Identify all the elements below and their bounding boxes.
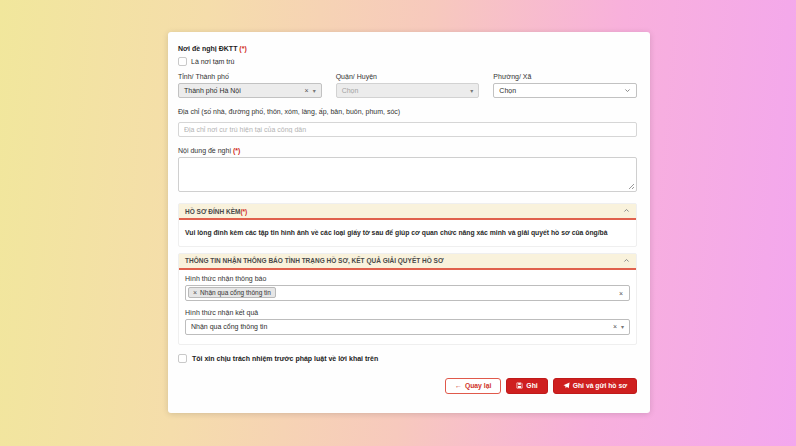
save-and-send-button[interactable]: Ghi và gửi hồ sơ bbox=[553, 378, 637, 394]
temp-residence-checkbox[interactable] bbox=[178, 57, 187, 66]
district-value: Chọn bbox=[342, 87, 359, 94]
ward-select[interactable]: Chọn bbox=[493, 83, 637, 98]
request-content-label: Nội dung đề nghị (*) bbox=[178, 147, 637, 154]
chevron-down-icon bbox=[624, 87, 631, 94]
district-label: Quận/ Huyện bbox=[336, 73, 480, 80]
district-select[interactable]: Chọn ▾ bbox=[336, 83, 480, 98]
commitment-checkbox-row[interactable]: Tôi xin chịu trách nhiệm trước pháp luật… bbox=[178, 354, 637, 363]
back-button-label: Quay lại bbox=[465, 382, 491, 389]
required-mark: (*) bbox=[240, 208, 247, 215]
chevron-up-icon bbox=[623, 257, 630, 264]
request-content-label-text: Nội dung đề nghị bbox=[178, 147, 233, 154]
attachments-title: HỒ SƠ ĐÍNH KÈM(*) bbox=[185, 208, 247, 215]
result-method-label: Hình thức nhận kết quả bbox=[185, 309, 630, 316]
location-selects-row: Tỉnh/ Thành phố Thành phố Hà Nội × ▾ Quậ… bbox=[178, 73, 637, 98]
save-button[interactable]: Ghi bbox=[506, 378, 547, 394]
required-mark: (*) bbox=[239, 45, 246, 52]
clear-icon[interactable]: × bbox=[613, 323, 617, 330]
remove-chip-icon[interactable]: × bbox=[193, 289, 197, 296]
residence-section-title: Nơi đề nghị ĐKTT (*) bbox=[178, 45, 637, 52]
address-input[interactable] bbox=[178, 122, 637, 137]
commitment-label: Tôi xin chịu trách nhiệm trước pháp luật… bbox=[192, 355, 378, 362]
address-label: Địa chỉ (số nhà, đường phố, thôn, xóm, l… bbox=[178, 108, 637, 115]
save-icon bbox=[516, 382, 523, 389]
required-mark: (*) bbox=[233, 147, 240, 154]
attachments-section-body: Vui lòng đính kèm các tập tin hình ảnh v… bbox=[179, 220, 636, 246]
chevron-down-icon: ▾ bbox=[470, 88, 473, 94]
selected-option-chip: × Nhận qua cổng thông tin bbox=[188, 287, 276, 298]
province-label: Tỉnh/ Thành phố bbox=[178, 73, 322, 80]
resize-grip-icon[interactable] bbox=[628, 183, 635, 190]
notify-method-value: Nhận qua cổng thông tin bbox=[200, 289, 271, 296]
request-content-textarea[interactable] bbox=[178, 157, 637, 192]
chevron-down-icon: ▾ bbox=[621, 324, 624, 330]
collapse-toggle[interactable] bbox=[623, 207, 630, 215]
collapse-toggle[interactable] bbox=[623, 257, 630, 265]
attachments-section: HỒ SƠ ĐÍNH KÈM(*) Vui lòng đính kèm các … bbox=[178, 203, 637, 247]
form-actions: ← Quay lại Ghi Ghi và gửi hồ sơ bbox=[178, 378, 637, 394]
notification-title: THÔNG TIN NHẬN THÔNG BÁO TÌNH TRẠNG HỒ S… bbox=[185, 257, 443, 264]
notification-section-body: Hình thức nhận thông báo × Nhận qua cổng… bbox=[179, 270, 636, 344]
save-and-send-button-label: Ghi và gửi hồ sơ bbox=[573, 382, 627, 389]
clear-icon[interactable]: × bbox=[619, 289, 623, 296]
commitment-checkbox[interactable] bbox=[178, 354, 187, 363]
registration-form-card: Nơi đề nghị ĐKTT (*) Là nơi tạm trú Tỉnh… bbox=[168, 32, 650, 413]
back-arrow-icon: ← bbox=[455, 382, 462, 389]
attachments-section-header[interactable]: HỒ SƠ ĐÍNH KÈM(*) bbox=[179, 204, 636, 220]
send-icon bbox=[563, 382, 570, 389]
clear-icon[interactable]: × bbox=[305, 87, 309, 94]
back-button[interactable]: ← Quay lại bbox=[445, 378, 501, 394]
chevron-up-icon bbox=[623, 207, 630, 214]
notify-method-multiselect[interactable]: × Nhận qua cổng thông tin × bbox=[185, 285, 630, 301]
province-select[interactable]: Thành phố Hà Nội × ▾ bbox=[178, 83, 322, 98]
notify-method-label: Hình thức nhận thông báo bbox=[185, 275, 630, 282]
attachments-description: Vui lòng đính kèm các tập tin hình ảnh v… bbox=[185, 228, 630, 238]
notification-section: THÔNG TIN NHẬN THÔNG BÁO TÌNH TRẠNG HỒ S… bbox=[178, 253, 637, 345]
province-value: Thành phố Hà Nội bbox=[184, 87, 241, 94]
temp-residence-checkbox-label: Là nơi tạm trú bbox=[191, 58, 235, 65]
ward-value: Chọn bbox=[499, 87, 516, 94]
save-button-label: Ghi bbox=[526, 382, 537, 389]
notification-section-header[interactable]: THÔNG TIN NHẬN THÔNG BÁO TÌNH TRẠNG HỒ S… bbox=[179, 254, 636, 270]
ward-label: Phường/ Xã bbox=[493, 73, 637, 80]
attachments-title-text: HỒ SƠ ĐÍNH KÈM bbox=[185, 208, 240, 215]
chevron-down-icon: ▾ bbox=[313, 88, 316, 94]
result-method-value: Nhận qua cổng thông tin bbox=[191, 323, 267, 330]
temp-residence-checkbox-row[interactable]: Là nơi tạm trú bbox=[178, 57, 637, 66]
result-method-select[interactable]: Nhận qua cổng thông tin × ▾ bbox=[185, 319, 630, 335]
residence-title-text: Nơi đề nghị ĐKTT bbox=[178, 45, 239, 52]
